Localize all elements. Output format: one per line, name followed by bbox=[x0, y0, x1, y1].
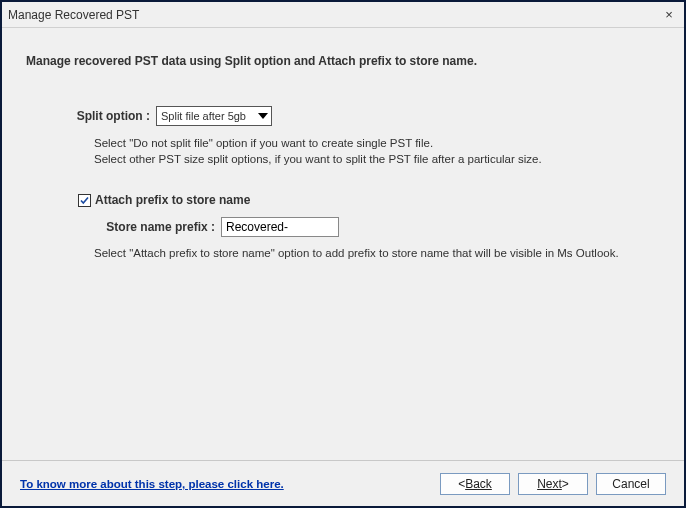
prefix-field-row: Store name prefix : bbox=[26, 217, 660, 237]
next-button[interactable]: Next > bbox=[518, 473, 588, 495]
checkmark-icon bbox=[79, 195, 90, 206]
attach-prefix-checkbox[interactable] bbox=[78, 194, 91, 207]
split-help-line2: Select other PST size split options, if … bbox=[94, 152, 660, 168]
dialog-heading: Manage recovered PST data using Split op… bbox=[26, 54, 660, 68]
titlebar: Manage Recovered PST × bbox=[2, 2, 684, 28]
back-mnemonic: Back bbox=[465, 477, 492, 491]
split-option-value: Split file after 5gb bbox=[157, 107, 255, 125]
split-help-line1: Select "Do not split file" option if you… bbox=[94, 136, 660, 152]
cancel-button[interactable]: Cancel bbox=[596, 473, 666, 495]
svg-marker-0 bbox=[258, 113, 268, 119]
prefix-checkbox-row: Attach prefix to store name bbox=[78, 193, 660, 207]
prefix-help-text: Select "Attach prefix to store name" opt… bbox=[94, 247, 660, 259]
store-name-prefix-label: Store name prefix : bbox=[26, 220, 221, 234]
footer: To know more about this step, please cli… bbox=[2, 460, 684, 506]
dropdown-arrow-icon bbox=[255, 107, 271, 125]
next-mnemonic: Next bbox=[537, 477, 562, 491]
help-link[interactable]: To know more about this step, please cli… bbox=[20, 478, 284, 490]
split-option-row: Split option : Split file after 5gb bbox=[26, 106, 660, 126]
store-name-prefix-input[interactable] bbox=[221, 217, 339, 237]
split-option-label: Split option : bbox=[26, 109, 156, 123]
dialog-window: Manage Recovered PST × Manage recovered … bbox=[0, 0, 686, 508]
attach-prefix-label: Attach prefix to store name bbox=[95, 193, 250, 207]
back-button[interactable]: < Back bbox=[440, 473, 510, 495]
prefix-section: Attach prefix to store name Store name p… bbox=[26, 193, 660, 259]
split-option-select[interactable]: Split file after 5gb bbox=[156, 106, 272, 126]
titlebar-title: Manage Recovered PST bbox=[8, 8, 139, 22]
button-group: < Back Next > Cancel bbox=[440, 473, 666, 495]
split-help-text: Select "Do not split file" option if you… bbox=[94, 136, 660, 167]
close-icon: × bbox=[665, 7, 673, 22]
close-button[interactable]: × bbox=[654, 2, 684, 28]
content-area: Manage recovered PST data using Split op… bbox=[2, 28, 684, 460]
